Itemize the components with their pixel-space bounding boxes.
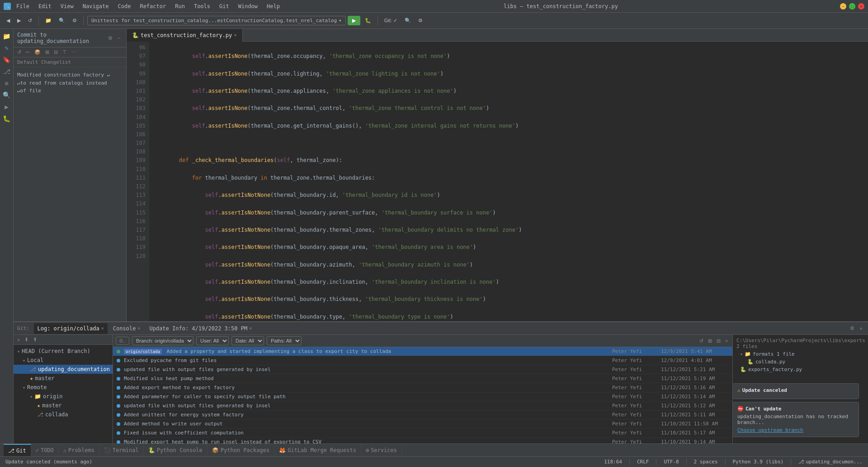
add-branch-button[interactable]: + [15, 336, 22, 343]
terminal-tool-tab[interactable]: ⬛ Terminal [99, 444, 144, 457]
maximize-button[interactable]: □ [849, 3, 855, 10]
expand-button[interactable]: ⊞ [43, 48, 51, 56]
find-button[interactable]: 🔍 [56, 16, 68, 25]
git-log-tab[interactable]: Log: origin/collada × [34, 323, 108, 334]
branch-collada[interactable]: ⎇ collada [14, 410, 113, 419]
git-log-row[interactable]: origin/collada Added a property and star… [113, 347, 732, 356]
status-indent[interactable]: 2 spaces [692, 458, 720, 466]
branch-updating-documentation[interactable]: ⎇ updating_documentation [14, 365, 113, 374]
exports-file[interactable]: 🐍 exports_factory.py [735, 366, 866, 373]
python-console-tool-tab[interactable]: 🐍 Python Console [144, 444, 208, 457]
date-filter-select[interactable]: Date: All [231, 336, 264, 345]
git-update-tab-close[interactable]: × [249, 326, 252, 331]
branch-master-local[interactable]: ★ master [14, 374, 113, 383]
project-button[interactable]: 📁 [42, 16, 54, 25]
forward-button[interactable]: ▶ [14, 16, 24, 25]
status-encoding[interactable]: UTF-8 [662, 458, 680, 466]
menu-refactor[interactable]: Refactor [138, 2, 168, 10]
settings-gear-button[interactable]: ⚙ [415, 16, 425, 25]
sidebar-git-icon[interactable]: ⎇ [1, 66, 12, 77]
menu-tools[interactable]: Tools [192, 2, 212, 10]
debug-button[interactable]: 🐛 [362, 16, 374, 25]
menu-help[interactable]: Help [265, 2, 282, 10]
run-button[interactable]: ▶ [348, 16, 360, 25]
shelve-button[interactable]: 📦 [33, 48, 42, 56]
status-update-msg[interactable]: Update canceled (moments ago) [4, 458, 94, 466]
formats-folder[interactable]: ▾ 📁 formats 1 file [735, 350, 866, 358]
git-log-row[interactable]: Excluded pycache from git files Peter Ye… [113, 356, 732, 365]
back-button[interactable]: ◀ [4, 16, 13, 25]
git-log-tab-close[interactable]: × [101, 326, 104, 331]
refresh-button[interactable]: ↺ [25, 16, 35, 25]
tab-close-icon[interactable]: × [234, 32, 237, 38]
run-configuration[interactable]: Unittests for test_construction_catalog.… [87, 16, 346, 25]
python-packages-tool-tab[interactable]: 📦 Python Packages [208, 444, 274, 457]
branch-local-section[interactable]: ▾ Local [14, 356, 113, 365]
editor-tab-active[interactable]: 🐍 test_construction_factory.py × [127, 29, 243, 42]
sidebar-debug-icon[interactable]: 🐛 [1, 113, 12, 124]
sidebar-run-icon[interactable]: ▶ [1, 101, 12, 112]
git-console-tab[interactable]: Console × [109, 323, 144, 334]
menu-view[interactable]: View [59, 2, 75, 10]
git-log-row[interactable]: Added unittest for energy system factory… [113, 410, 732, 419]
search-everywhere-button[interactable]: 🔍 [402, 16, 414, 25]
git-log-row[interactable]: Added export method to export factory Pe… [113, 383, 732, 392]
rollback-button[interactable]: ⤺ [24, 48, 32, 56]
menu-edit[interactable]: Edit [37, 2, 53, 10]
collapse-log-button[interactable]: ⊟ [715, 337, 722, 345]
branch-origin-master[interactable]: ★ master [14, 401, 113, 410]
git-close-button[interactable]: × [858, 324, 864, 332]
commit-collapse-button[interactable]: − [116, 34, 123, 42]
expand-log-button[interactable]: ⊞ [706, 337, 714, 345]
sidebar-bookmark-icon[interactable]: 🔖 [1, 54, 12, 65]
git-log-row[interactable]: updated file with output files generated… [113, 401, 732, 410]
git-update-tab[interactable]: Update Info: 4/19/2022 3:50 PM × [146, 323, 255, 334]
git-log-row[interactable]: Modified export_heat_pump to run insel i… [113, 438, 732, 443]
sidebar-structure-icon[interactable]: ≡ [1, 78, 12, 89]
menu-run[interactable]: Run [173, 2, 187, 10]
collada-file[interactable]: 🐍 collada.py [735, 358, 866, 366]
commit-settings-button[interactable]: ⚙ [106, 34, 114, 42]
status-git-branch[interactable]: ⎇ updating_documon... [797, 458, 864, 466]
git-tool-tab[interactable]: ⎇ Git [4, 444, 31, 457]
status-python[interactable]: Python 3.9 (libs) [731, 458, 786, 466]
refresh-log-button[interactable]: ↺ [698, 337, 705, 345]
more-button[interactable]: ⋯ [70, 48, 78, 56]
graph-button[interactable]: ≈ [723, 337, 730, 345]
git-log-row[interactable]: Added method to write user output Peter … [113, 419, 732, 429]
git-log-row[interactable]: Fixed issue with coefficient computation… [113, 429, 732, 438]
user-filter-select[interactable]: User: All [196, 336, 229, 345]
gitlab-tool-tab[interactable]: 🦊 GitLab Merge Requests [274, 444, 361, 457]
sidebar-find-icon[interactable]: 🔍 [1, 90, 12, 100]
git-settings-button[interactable]: ⚙ [848, 324, 856, 332]
git-status-icon[interactable]: Git: ✓ [382, 16, 400, 25]
choose-upstream-link[interactable]: Choose upstream branch [737, 427, 854, 433]
branch-filter-select[interactable]: Branch: origin/collada [132, 336, 193, 345]
menu-navigate[interactable]: Navigate [81, 2, 111, 10]
branch-head[interactable]: ▾ HEAD (Current Branch) [14, 347, 113, 356]
filter-button[interactable]: ⊤ [61, 48, 69, 56]
menu-window[interactable]: Window [236, 2, 259, 10]
todo-tool-tab[interactable]: ✓ TODO [31, 444, 59, 457]
git-console-tab-close[interactable]: × [137, 326, 140, 331]
git-search-input[interactable] [116, 337, 129, 345]
refresh-changes-button[interactable]: ↺ [15, 48, 23, 56]
push-button[interactable]: ⬆ [31, 336, 39, 343]
sidebar-project-icon[interactable]: 📁 [1, 31, 12, 42]
git-log-row[interactable]: Modified xlsx heat pump method Peter Yef… [113, 374, 732, 383]
problems-tool-tab[interactable]: ⚠ Problems [59, 444, 99, 457]
fetch-button[interactable]: ⬇ [23, 336, 30, 343]
status-line-col[interactable]: 118:64 [602, 458, 624, 466]
git-log-row[interactable]: updated file with output files generated… [113, 365, 732, 374]
branch-remote-section[interactable]: ▾ Remote [14, 383, 113, 392]
git-log-row[interactable]: Added parameter for caller to specify ou… [113, 392, 732, 401]
close-button[interactable]: × [858, 3, 864, 10]
group-by-button[interactable]: ⊟ [52, 48, 60, 56]
status-line-sep[interactable]: CRLF [635, 458, 651, 466]
sidebar-commit-icon[interactable]: ✎ [1, 43, 12, 53]
menu-code[interactable]: Code [116, 2, 133, 10]
services-tool-tab[interactable]: ⚙ Services [361, 444, 402, 457]
menu-git[interactable]: Git [217, 2, 231, 10]
menu-file[interactable]: File [14, 2, 31, 10]
paths-filter-select[interactable]: Paths: All [267, 336, 302, 345]
